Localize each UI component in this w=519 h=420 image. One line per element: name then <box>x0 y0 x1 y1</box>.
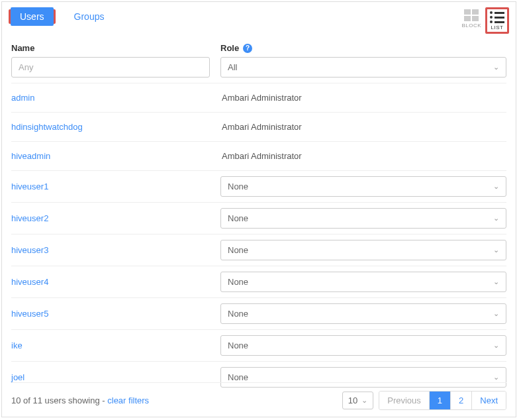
role-select-value: None <box>228 245 248 255</box>
view-list-label: LIST <box>491 25 504 30</box>
annotation-highlight-users-tab: Users <box>9 9 56 24</box>
chevron-down-icon: ⌄ <box>493 246 499 254</box>
user-link[interactable]: hiveuser3 <box>11 245 48 255</box>
table-row: hiveadminAmbari Administrator <box>11 141 506 170</box>
user-link[interactable]: hiveuser5 <box>11 309 48 319</box>
users-panel: Users Groups BLOCK <box>1 1 516 417</box>
column-headers: Name Role ? <box>11 43 506 53</box>
role-select-value: None <box>228 213 248 223</box>
role-select[interactable]: None⌄ <box>220 272 506 292</box>
role-filter-value: All <box>228 62 237 72</box>
user-link[interactable]: ike <box>11 341 23 350</box>
column-header-name: Name <box>11 43 34 53</box>
column-header-role: Role <box>220 43 239 53</box>
pager-page-2[interactable]: 2 <box>450 392 471 409</box>
name-filter-input[interactable] <box>11 57 210 78</box>
view-block-button[interactable]: BLOCK <box>460 7 483 30</box>
pager-page-1[interactable]: 1 <box>429 392 450 409</box>
grid-icon <box>464 9 479 21</box>
user-link[interactable]: hdinsightwatchdog <box>11 122 83 132</box>
view-toggle: BLOCK LIST <box>460 7 509 34</box>
chevron-down-icon: ⌄ <box>493 63 499 72</box>
chevron-down-icon: ⌄ <box>493 373 499 382</box>
header: Users Groups BLOCK <box>2 2 516 34</box>
pager-next[interactable]: Next <box>471 392 506 409</box>
table-row: hiveuser4None⌄ <box>11 266 506 297</box>
view-list-button[interactable]: LIST <box>487 9 507 32</box>
user-link[interactable]: admin <box>11 93 34 103</box>
table-row: hiveuser2None⌄ <box>11 202 506 234</box>
table-row: hiveuser3None⌄ <box>11 234 506 266</box>
page-size-select[interactable]: 10 ⌄ <box>342 392 373 409</box>
help-icon[interactable]: ? <box>243 44 252 53</box>
role-text: Ambari Administrator <box>220 122 302 132</box>
role-select[interactable]: None⌄ <box>220 208 506 229</box>
role-select-value: None <box>228 372 248 382</box>
table-row: ikeNone⌄ <box>11 329 506 361</box>
table-row: hdinsightwatchdogAmbari Administrator <box>11 112 506 141</box>
status-count: 10 of 11 users showing - <box>11 395 107 405</box>
chevron-down-icon: ⌄ <box>493 278 499 286</box>
filters-row: All ⌄ <box>11 57 506 78</box>
user-link[interactable]: hiveadmin <box>11 151 50 161</box>
chevron-down-icon: ⌄ <box>493 309 499 318</box>
role-select[interactable]: None⌄ <box>220 240 506 260</box>
pagination: 10 ⌄ Previous 1 2 Next <box>342 391 506 410</box>
role-select-value: None <box>228 309 248 319</box>
table-row: hiveuser1None⌄ <box>11 170 506 202</box>
list-icon <box>490 11 504 23</box>
user-link[interactable]: joel <box>11 372 24 382</box>
chevron-down-icon: ⌄ <box>493 182 499 191</box>
chevron-down-icon: ⌄ <box>493 341 499 350</box>
footer: 10 of 11 users showing - clear filters 1… <box>11 382 506 410</box>
table-row: adminAmbari Administrator <box>11 83 506 112</box>
table-row: hiveuser5None⌄ <box>11 297 506 329</box>
user-link[interactable]: hiveuser1 <box>11 182 48 191</box>
role-text: Ambari Administrator <box>220 151 302 161</box>
table-body: adminAmbari Administratorhdinsightwatchd… <box>11 83 506 393</box>
clear-filters-link[interactable]: clear filters <box>107 395 149 405</box>
page-size-value: 10 <box>348 395 357 405</box>
role-filter-select[interactable]: All ⌄ <box>220 57 506 78</box>
user-link[interactable]: hiveuser2 <box>11 213 48 223</box>
role-select[interactable]: None⌄ <box>220 335 506 356</box>
role-select-value: None <box>228 182 248 191</box>
pager-previous[interactable]: Previous <box>379 392 429 409</box>
role-select-value: None <box>228 341 248 350</box>
tab-groups[interactable]: Groups <box>65 7 114 26</box>
role-text: Ambari Administrator <box>220 93 302 103</box>
tab-users[interactable]: Users <box>11 7 54 26</box>
role-select[interactable]: None⌄ <box>220 176 506 197</box>
annotation-highlight-list-view: LIST <box>485 7 509 34</box>
tabs: Users Groups <box>9 7 113 26</box>
view-block-label: BLOCK <box>461 23 481 28</box>
user-link[interactable]: hiveuser4 <box>11 277 48 287</box>
status-text: 10 of 11 users showing - clear filters <box>11 395 149 405</box>
chevron-down-icon: ⌄ <box>361 396 367 405</box>
chevron-down-icon: ⌄ <box>493 214 499 223</box>
role-select-value: None <box>228 277 248 287</box>
role-select[interactable]: None⌄ <box>220 303 506 324</box>
pager: Previous 1 2 Next <box>379 391 506 410</box>
users-table: Name Role ? All ⌄ adminAmbari Administra… <box>2 34 516 393</box>
